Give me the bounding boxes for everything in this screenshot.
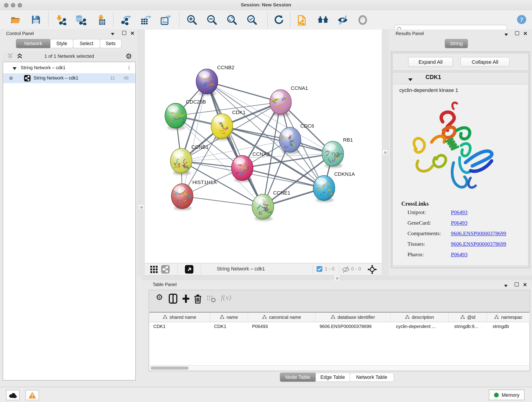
table-panel-close-icon[interactable]: ✕ — [523, 282, 527, 288]
crosslink-label: Compartments: — [408, 230, 441, 237]
save-session-icon[interactable] — [31, 15, 41, 25]
network-node-CCNA1[interactable]: CCNA1 — [270, 85, 308, 116]
show-columns-icon[interactable] — [169, 294, 177, 305]
splitter-handle[interactable] — [382, 150, 388, 155]
detach-view-icon[interactable] — [185, 265, 193, 274]
hidden-eye-icon[interactable] — [342, 266, 350, 275]
network-node-RB1[interactable]: RB1 — [322, 137, 353, 168]
network-node-CDC6[interactable]: CDC6 — [279, 123, 314, 154]
table-row[interactable]: CDK1CDK1P064939606.ENSP00000378699cyclin… — [149, 322, 530, 331]
table-options-gear-icon[interactable]: ⚙ — [156, 293, 163, 302]
network-view-icon[interactable] — [161, 265, 170, 274]
grid-view-icon[interactable] — [150, 266, 158, 275]
zoom-selected-icon[interactable] — [247, 15, 257, 25]
gene-section-header[interactable]: CDK1 — [393, 72, 528, 84]
cloud-status-button[interactable] — [6, 390, 20, 400]
network-node-HIST1H1A[interactable]: HIST1H1A — [171, 179, 217, 211]
import-table-icon[interactable] — [97, 15, 107, 25]
network-node-CCNB2[interactable]: CCNB2 — [196, 65, 234, 96]
network-collection-row[interactable]: String Network – cdk1 1 — [3, 63, 135, 73]
delete-table-icon[interactable] — [207, 295, 216, 304]
selected-checkbox-icon[interactable] — [317, 266, 322, 272]
table-cell[interactable]: cyclin-dependent ... — [390, 322, 449, 332]
hide-panel-eye-icon[interactable] — [337, 15, 347, 25]
column-header[interactable]: @id — [449, 313, 487, 322]
network-edge[interactable] — [207, 81, 263, 206]
footer-separator — [312, 265, 313, 274]
control-panel-maximize-icon[interactable] — [122, 31, 126, 35]
crosslink-value-link[interactable]: 9606.ENSP00000378699 — [451, 230, 506, 237]
column-header[interactable]: database identifier — [316, 313, 390, 322]
section-collapse-icon[interactable] — [408, 77, 412, 83]
export-table-icon[interactable] — [140, 15, 151, 25]
tab-sets[interactable]: Sets — [100, 39, 121, 48]
import-network-icon[interactable] — [56, 15, 66, 25]
network-node-CDK1[interactable]: CDK1 — [211, 109, 246, 141]
column-header[interactable]: name — [210, 313, 248, 322]
column-header[interactable]: shared name — [149, 313, 210, 322]
network-options-gear-icon[interactable]: ⚙ — [126, 52, 132, 61]
network-edge[interactable] — [182, 81, 207, 196]
tab-network-table[interactable]: Network Table — [350, 373, 394, 382]
crosslink-row: Pharos:P06493 — [393, 251, 528, 262]
crosslink-value-link[interactable]: P06493 — [451, 210, 467, 216]
table-cell[interactable]: stringdb — [487, 322, 530, 332]
collection-expander-icon[interactable] — [13, 66, 17, 71]
birds-eye-view-icon[interactable] — [317, 15, 327, 25]
table-cell[interactable]: P06493 — [248, 322, 316, 332]
zoom-in-icon[interactable] — [187, 15, 197, 25]
crosslink-value-link[interactable]: 9606.ENSP00000378699 — [451, 241, 506, 247]
crosslink-value-link[interactable]: P06493 — [451, 220, 467, 226]
open-session-icon[interactable] — [10, 15, 20, 25]
table-panel-float-icon[interactable] — [504, 283, 508, 289]
tab-network[interactable]: Network — [16, 39, 51, 48]
network-edge[interactable] — [182, 196, 263, 207]
network-canvas[interactable]: CCNB2CCNA1CDC25BCDK1CDC6RB1CCNB1CCNA2CDK… — [145, 30, 382, 263]
delete-column-icon[interactable] — [194, 294, 202, 305]
annotation-network-icon[interactable] — [297, 15, 307, 25]
column-header[interactable]: canonical name — [248, 313, 316, 322]
table-hscrollbar[interactable] — [149, 365, 530, 370]
network-row[interactable]: String Network – cdk1 11 48 — [3, 73, 135, 83]
create-column-icon[interactable] — [181, 294, 190, 305]
control-panel-float-icon[interactable] — [110, 31, 115, 37]
left-splitter[interactable] — [138, 30, 145, 276]
table-cell[interactable]: CDK1 — [149, 322, 210, 332]
fit-content-crosshair-icon[interactable] — [367, 265, 377, 275]
splitter-handle[interactable] — [138, 204, 144, 210]
table-cell[interactable]: 9606.ENSP00000378699 — [316, 322, 390, 332]
node-label: CDC6 — [300, 123, 314, 129]
control-panel-close-icon[interactable]: ✕ — [130, 30, 135, 36]
expand-all-button[interactable]: Expand All — [408, 57, 453, 67]
function-builder-icon[interactable]: f(x) — [221, 293, 231, 302]
crosslink-label: Uniprot: — [408, 210, 426, 216]
hscrollbar-thumb[interactable] — [151, 366, 189, 370]
zoom-out-icon[interactable] — [207, 15, 217, 25]
crosslink-value-link[interactable]: P06493 — [451, 251, 467, 258]
memory-button[interactable]: Memory — [489, 390, 525, 400]
import-network-from-database-icon[interactable] — [75, 15, 85, 25]
warnings-button[interactable] — [25, 390, 39, 400]
tab-string[interactable]: String — [445, 39, 468, 48]
results-panel-close-icon[interactable]: ✕ — [523, 31, 527, 37]
column-header[interactable]: namespac — [487, 313, 530, 322]
export-image-icon[interactable] — [160, 15, 171, 25]
tab-edge-table[interactable]: Edge Table — [315, 373, 350, 382]
tab-select[interactable]: Select — [73, 39, 100, 48]
results-panel-float-icon[interactable] — [504, 32, 509, 38]
table-panel-maximize-icon[interactable] — [515, 282, 519, 287]
help-icon[interactable]: ? — [517, 15, 527, 25]
results-panel-maximize-icon[interactable] — [515, 31, 519, 35]
splitter-handle[interactable] — [334, 275, 340, 281]
tab-node-table[interactable]: Node Table — [280, 373, 316, 382]
collapse-all-button[interactable]: Collapse All — [461, 57, 510, 67]
tab-style[interactable]: Style — [50, 39, 73, 48]
network-node-CDKN1A[interactable]: CDKN1A — [313, 171, 355, 202]
table-cell[interactable]: CDK1 — [210, 322, 248, 332]
zoom-fit-icon[interactable] — [227, 15, 237, 25]
column-header[interactable]: description — [390, 313, 449, 322]
show-panel-eye-icon[interactable] — [358, 15, 368, 25]
export-network-icon[interactable] — [121, 15, 131, 25]
table-cell[interactable]: stringdb:9... — [449, 322, 487, 332]
apply-layout-icon[interactable] — [273, 15, 284, 25]
